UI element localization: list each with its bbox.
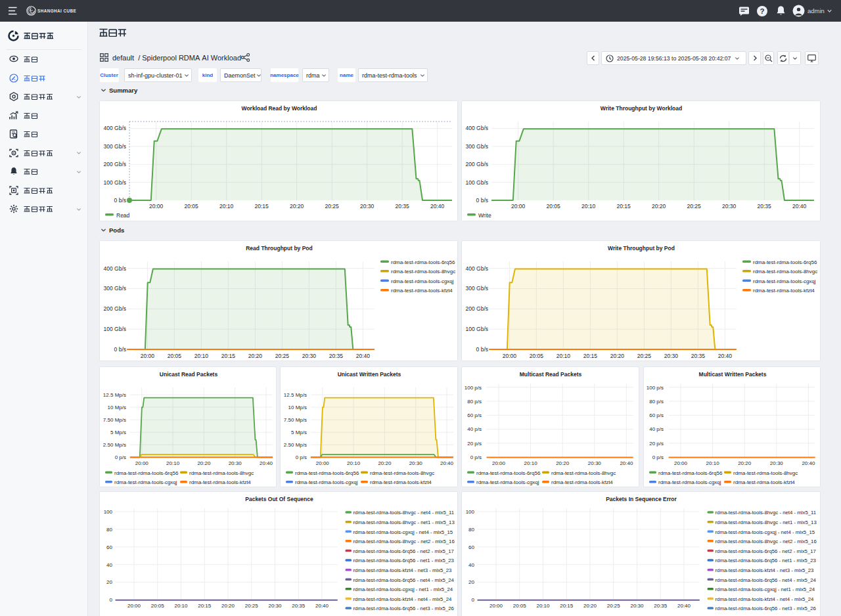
svg-text:20:35: 20:35	[758, 203, 772, 209]
svg-text:20:40: 20:40	[620, 460, 633, 466]
svg-text:2.50 Mp/s: 2.50 Mp/s	[284, 442, 307, 448]
svg-text:rdma-test-rdma-tools-8hvgc: rdma-test-rdma-tools-8hvgc	[551, 470, 616, 476]
svg-text:20:25: 20:25	[245, 603, 259, 609]
svg-text:rdma-test-rdma-tools-cgxqj - n: rdma-test-rdma-tools-cgxqj - net1 - mlx5…	[716, 586, 815, 592]
svg-text:7.50 Mp/s: 7.50 Mp/s	[284, 417, 307, 423]
svg-text:100 p/s: 100 p/s	[465, 385, 482, 391]
svg-text:20 p/s: 20 p/s	[467, 441, 482, 447]
svg-text:20:10: 20:10	[166, 460, 180, 466]
svg-text:rdma-test-rdma-tools-cgxqj: rdma-test-rdma-tools-cgxqj	[658, 479, 721, 485]
svg-text:Packets In Sequence Error: Packets In Sequence Error	[606, 496, 677, 502]
svg-text:Unicast Written Packets: Unicast Written Packets	[338, 371, 401, 378]
svg-text:40 p/s: 40 p/s	[467, 426, 482, 432]
svg-text:20:20: 20:20	[652, 203, 666, 209]
svg-text:20:30: 20:30	[302, 353, 317, 359]
svg-text:20:10: 20:10	[557, 353, 571, 359]
svg-text:20:25: 20:25	[325, 203, 340, 209]
svg-text:20:30: 20:30	[722, 203, 737, 209]
svg-text:7.50 Mp/s: 7.50 Mp/s	[103, 417, 126, 423]
svg-text:rdma-test-rdma-tools-6rq56: rdma-test-rdma-tools-6rq56	[114, 470, 179, 476]
svg-text:rdma-test-rdma-tools-cgxqj: rdma-test-rdma-tools-cgxqj	[476, 479, 539, 485]
svg-text:20:15: 20:15	[560, 603, 574, 609]
svg-text:20:20: 20:20	[248, 353, 263, 359]
svg-text:200 Gb/s: 200 Gb/s	[104, 305, 127, 312]
svg-text:rdma-test-rdma-tools-kfzt4: rdma-test-rdma-tools-kfzt4	[551, 479, 613, 485]
svg-text:20:40: 20:40	[430, 203, 445, 209]
svg-text:20:25: 20:25	[607, 603, 621, 609]
svg-text:20: 20	[468, 579, 474, 585]
svg-text:20:05: 20:05	[547, 203, 561, 209]
svg-text:rdma-test-rdma-tools-6rq56 - n: rdma-test-rdma-tools-6rq56 - net4 - mlx5…	[716, 577, 817, 583]
svg-text:20:35: 20:35	[691, 353, 706, 359]
svg-text:20:10: 20:10	[174, 603, 188, 609]
svg-text:200 Gb/s: 200 Gb/s	[466, 305, 489, 312]
svg-text:100 Gb/s: 100 Gb/s	[466, 179, 489, 186]
svg-text:10 Mp/s: 10 Mp/s	[288, 405, 307, 410]
svg-text:rdma-test-rdma-tools-cgxqj: rdma-test-rdma-tools-cgxqj	[391, 278, 454, 284]
svg-text:12.5 Mp/s: 12.5 Mp/s	[103, 392, 126, 398]
svg-text:100 p/s: 100 p/s	[647, 385, 664, 391]
svg-text:100 Gb/s: 100 Gb/s	[104, 179, 127, 186]
svg-text:20:40: 20:40	[440, 460, 454, 466]
svg-text:20:20: 20:20	[290, 203, 304, 209]
svg-text:20:40: 20:40	[802, 460, 815, 466]
svg-text:20:00: 20:00	[511, 203, 526, 209]
svg-text:Packets Out Of Sequence: Packets Out Of Sequence	[245, 496, 313, 502]
svg-text:rdma-test-rdma-tools-cgxqj: rdma-test-rdma-tools-cgxqj	[114, 479, 177, 485]
svg-text:20:15: 20:15	[255, 203, 269, 209]
svg-text:0: 0	[110, 597, 113, 603]
svg-text:20:35: 20:35	[292, 603, 306, 609]
svg-text:rdma-test-rdma-tools-cgxqj: rdma-test-rdma-tools-cgxqj	[753, 278, 816, 284]
svg-text:20:20: 20:20	[583, 603, 597, 609]
svg-text:20:35: 20:35	[654, 603, 668, 609]
svg-text:rdma-test-rdma-tools-6rq56: rdma-test-rdma-tools-6rq56	[753, 259, 817, 265]
svg-text:60 p/s: 60 p/s	[649, 412, 664, 418]
svg-text:Read: Read	[116, 212, 130, 219]
svg-text:60 p/s: 60 p/s	[467, 412, 482, 418]
svg-text:rdma-test-rdma-tools-6rq56: rdma-test-rdma-tools-6rq56	[658, 470, 723, 476]
svg-text:rdma-test-rdma-tools-8hvgc: rdma-test-rdma-tools-8hvgc	[391, 269, 455, 275]
svg-text:rdma-test-rdma-tools-kfzt4 - n: rdma-test-rdma-tools-kfzt4 - net3 - mlx5…	[716, 567, 814, 573]
svg-text:400 Gb/s: 400 Gb/s	[466, 265, 489, 272]
svg-text:rdma-test-rdma-tools-kfzt4 - n: rdma-test-rdma-tools-kfzt4 - net4 - mlx5…	[716, 596, 815, 602]
svg-text:20:30: 20:30	[770, 460, 784, 466]
svg-text:20:00: 20:00	[674, 460, 688, 466]
svg-text:20:15: 20:15	[617, 203, 631, 209]
svg-text:rdma-test-rdma-tools-cgxqj - n: rdma-test-rdma-tools-cgxqj - net4 - mlx5…	[716, 529, 815, 535]
svg-text:20:10: 20:10	[706, 460, 720, 466]
svg-text:rdma-test-rdma-tools-6rq56 - n: rdma-test-rdma-tools-6rq56 - net2 - mlx5…	[716, 548, 816, 554]
svg-text:rdma-test-rdma-tools-kfzt4: rdma-test-rdma-tools-kfzt4	[370, 479, 432, 485]
svg-text:20:40: 20:40	[718, 353, 733, 359]
svg-text:rdma-test-rdma-tools-6rq56 - n: rdma-test-rdma-tools-6rq56 - net2 - mlx5…	[353, 548, 454, 554]
svg-text:20:40: 20:40	[356, 353, 371, 359]
svg-text:rdma-test-rdma-tools-6rq56: rdma-test-rdma-tools-6rq56	[295, 470, 359, 476]
svg-text:300 Gb/s: 300 Gb/s	[466, 285, 489, 292]
svg-text:5 Mp/s: 5 Mp/s	[291, 429, 307, 435]
svg-text:20:40: 20:40	[677, 603, 691, 609]
svg-text:20:25: 20:25	[637, 353, 652, 359]
svg-text:60: 60	[468, 544, 474, 550]
svg-text:20:20: 20:20	[738, 460, 752, 466]
svg-text:rdma-test-rdma-tools-6rq56: rdma-test-rdma-tools-6rq56	[476, 470, 541, 476]
svg-text:40 p/s: 40 p/s	[649, 426, 664, 432]
svg-text:rdma-test-rdma-tools-8hvgc: rdma-test-rdma-tools-8hvgc	[753, 269, 817, 275]
svg-text:rdma-test-rdma-tools-8hvgc: rdma-test-rdma-tools-8hvgc	[370, 470, 434, 476]
svg-text:20:10: 20:10	[219, 203, 234, 209]
svg-text:20:05: 20:05	[185, 203, 199, 209]
svg-text:20:30: 20:30	[409, 460, 423, 466]
svg-text:80: 80	[106, 527, 112, 533]
svg-text:rdma-test-rdma-tools-kfzt4 - n: rdma-test-rdma-tools-kfzt4 - net4 - mlx5…	[353, 596, 453, 602]
svg-text:20:40: 20:40	[792, 203, 807, 209]
svg-text:rdma-test-rdma-tools-8hvgc - n: rdma-test-rdma-tools-8hvgc - net2 - mlx5…	[716, 539, 817, 544]
svg-text:rdma-test-rdma-tools-6rq56 - n: rdma-test-rdma-tools-6rq56 - net1 - mlx5…	[716, 558, 816, 563]
svg-text:rdma-test-rdma-tools-6rq56: rdma-test-rdma-tools-6rq56	[391, 259, 455, 265]
svg-text:rdma-test-rdma-tools-cgxqj - n: rdma-test-rdma-tools-cgxqj - net1 - mlx5…	[353, 586, 453, 592]
svg-text:rdma-test-rdma-tools-8hvgc - n: rdma-test-rdma-tools-8hvgc - net4 - mlx5…	[716, 510, 817, 516]
svg-text:Write Throughput by Pod: Write Throughput by Pod	[608, 245, 675, 252]
svg-text:20:20: 20:20	[197, 460, 211, 466]
svg-text:100 Gb/s: 100 Gb/s	[104, 326, 127, 332]
svg-text:12.5 Mp/s: 12.5 Mp/s	[284, 392, 307, 398]
svg-text:Write Throughput by Workload: Write Throughput by Workload	[601, 105, 682, 112]
svg-text:20:00: 20:00	[141, 353, 155, 359]
svg-text:20:35: 20:35	[329, 353, 344, 359]
